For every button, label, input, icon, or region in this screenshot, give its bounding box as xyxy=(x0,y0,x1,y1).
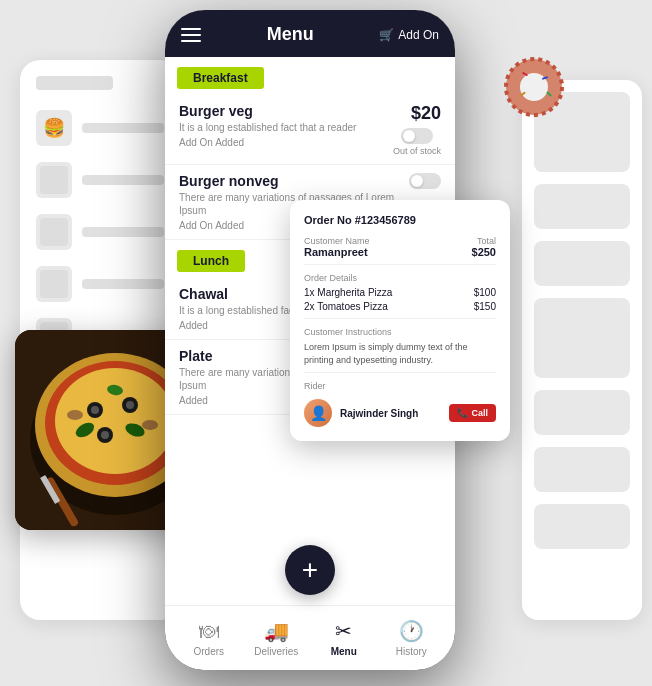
rider-avatar: 👤 xyxy=(304,399,332,427)
right-background-panel xyxy=(522,80,642,620)
burger-veg-stock: Out of stock xyxy=(393,146,441,156)
left-item-icon-3 xyxy=(36,214,72,250)
item-2-qty-name: 2x Tomatoes Pizza xyxy=(304,301,388,312)
order-item-1: 1x Margherita Pizza $100 xyxy=(304,287,496,298)
customer-label: Customer Name xyxy=(304,236,370,246)
orders-icon: 🍽 xyxy=(199,620,219,643)
bottom-navigation: 🍽 Orders 🚚 Deliveries ✂ Menu 🕐 History xyxy=(165,605,455,670)
rider-title: Rider xyxy=(304,381,496,391)
divider-2 xyxy=(304,318,496,319)
nav-orders[interactable]: 🍽 Orders xyxy=(175,620,243,657)
toggle-thumb-2 xyxy=(411,175,423,187)
svg-point-10 xyxy=(101,431,109,439)
burger-veg-toggle[interactable] xyxy=(401,128,433,144)
menu-icon: ✂ xyxy=(335,619,352,643)
svg-point-6 xyxy=(91,406,99,414)
order-number: Order No #123456789 xyxy=(304,214,496,226)
burger-veg-info: Burger veg It is a long established fact… xyxy=(179,103,393,148)
history-label: History xyxy=(396,646,427,657)
burger-veg-toggle-container: Out of stock xyxy=(393,128,441,156)
order-item-2: 2x Tomatoes Pizza $150 xyxy=(304,301,496,312)
burger-nonveg-right xyxy=(409,173,441,189)
left-item-icon-4 xyxy=(36,266,72,302)
phone-icon: 📞 xyxy=(457,408,468,418)
toggle-thumb xyxy=(403,130,415,142)
rider-name: Rajwinder Singh xyxy=(340,408,441,419)
menu-item-burger-veg[interactable]: Burger veg It is a long established fact… xyxy=(165,95,455,165)
burger-veg-addon: Add On Added xyxy=(179,137,393,148)
deliveries-icon: 🚚 xyxy=(264,619,289,643)
customer-name: Ramanpreet xyxy=(304,246,370,258)
addon-button[interactable]: 🛒 Add On xyxy=(379,28,439,42)
background: 🍔 xyxy=(0,0,652,686)
orders-label: Orders xyxy=(193,646,224,657)
svg-point-15 xyxy=(142,420,158,430)
burger-veg-name: Burger veg xyxy=(179,103,393,119)
nav-history[interactable]: 🕐 History xyxy=(378,619,446,657)
svg-point-14 xyxy=(67,410,83,420)
instructions-text: Lorem Ipsum is simply dummy text of the … xyxy=(304,341,496,366)
burger-veg-price: $20 xyxy=(411,103,441,124)
burger-nonveg-toggle-container xyxy=(409,173,441,189)
order-details-title: Order Details xyxy=(304,273,496,283)
item-2-price: $150 xyxy=(474,301,496,312)
call-button[interactable]: 📞 Call xyxy=(449,404,496,422)
donut-image xyxy=(502,55,572,125)
hamburger-line-3 xyxy=(181,40,201,42)
svg-point-19 xyxy=(520,73,548,101)
total-value: $250 xyxy=(472,246,496,258)
svg-point-4 xyxy=(55,368,175,474)
fab-plus-icon: + xyxy=(302,554,318,586)
order-receipt-card: Order No #123456789 Customer Name Ramanp… xyxy=(290,200,510,441)
deliveries-label: Deliveries xyxy=(254,646,298,657)
addon-label: Add On xyxy=(398,28,439,42)
divider-3 xyxy=(304,372,496,373)
svg-point-8 xyxy=(126,401,134,409)
total-label: Total xyxy=(472,236,496,246)
cart-icon: 🛒 xyxy=(379,28,394,42)
burger-veg-desc: It is a long established fact that a rea… xyxy=(179,121,393,134)
hamburger-line-2 xyxy=(181,34,201,36)
instructions-title: Customer Instructions xyxy=(304,327,496,337)
customer-row: Customer Name Ramanpreet Total $250 xyxy=(304,236,496,258)
burger-veg-right: $20 Out of stock xyxy=(393,103,441,156)
item-1-qty-name: 1x Margherita Pizza xyxy=(304,287,392,298)
history-icon: 🕐 xyxy=(399,619,424,643)
burger-nonveg-toggle[interactable] xyxy=(409,173,441,189)
hamburger-menu-button[interactable] xyxy=(181,28,201,42)
nav-menu[interactable]: ✂ Menu xyxy=(310,619,378,657)
call-label: Call xyxy=(471,408,488,418)
app-title: Menu xyxy=(267,24,314,45)
left-item-icon-2 xyxy=(36,162,72,198)
phone-header: Menu 🛒 Add On xyxy=(165,10,455,57)
hamburger-line-1 xyxy=(181,28,201,30)
left-item-icon-1: 🍔 xyxy=(36,110,72,146)
fab-add-button[interactable]: + xyxy=(285,545,335,595)
item-1-price: $100 xyxy=(474,287,496,298)
burger-nonveg-name: Burger nonveg xyxy=(179,173,409,189)
rider-row: 👤 Rajwinder Singh 📞 Call xyxy=(304,399,496,427)
breakfast-category-label: Breakfast xyxy=(177,67,264,89)
menu-label: Menu xyxy=(331,646,357,657)
lunch-category-label: Lunch xyxy=(177,250,245,272)
nav-deliveries[interactable]: 🚚 Deliveries xyxy=(243,619,311,657)
divider-1 xyxy=(304,264,496,265)
